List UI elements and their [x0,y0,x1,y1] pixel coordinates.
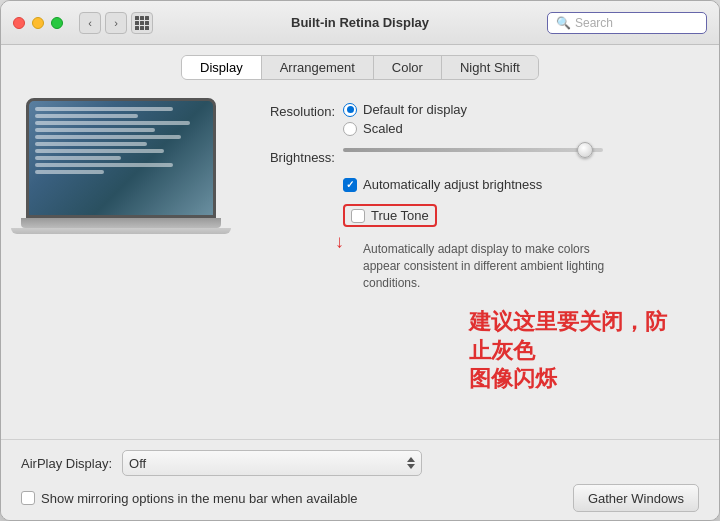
resolution-default-radio[interactable] [343,103,357,117]
true-tone-desc-area: ↑ Automatically adapt display to make co… [343,239,699,291]
maximize-button[interactable] [51,17,63,29]
airplay-select[interactable]: Off [122,450,422,476]
grid-button[interactable] [131,12,153,34]
mirror-left: Show mirroring options in the menu bar w… [21,491,358,506]
airplay-row: AirPlay Display: Off [21,450,699,476]
tabs-container: Display Arrangement Color Night Shift [181,55,539,80]
resolution-row: Resolution: Default for display Scaled [245,102,699,136]
laptop-preview [21,98,221,234]
annotation-text: 建议这里要关闭，防止灰色 图像闪烁 [469,308,669,394]
tab-arrangement[interactable]: Arrangement [262,56,374,79]
true-tone-row: True Tone [343,204,699,227]
bottom-bar: AirPlay Display: Off Show mirroring opti… [1,439,719,520]
content-area: Resolution: Default for display Scaled [1,86,719,431]
resolution-scaled-row: Scaled [343,121,467,136]
settings-panel: Resolution: Default for display Scaled [245,98,699,291]
resolution-default-row: Default for display [343,102,467,117]
chevron-up-icon [407,457,415,462]
auto-brightness-checkbox-row: Automatically adjust brightness [343,177,542,192]
screen-lines [29,101,213,183]
mirror-row: Show mirroring options in the menu bar w… [21,484,699,512]
annotation-arrow: ↑ [335,233,344,254]
laptop-screen [26,98,216,218]
airplay-label: AirPlay Display: [21,456,112,471]
auto-brightness-label: Automatically adjust brightness [363,177,542,192]
search-icon: 🔍 [556,16,571,30]
auto-brightness-row: Automatically adjust brightness [343,177,699,192]
screen-content [29,101,213,215]
nav-buttons: ‹ › [79,12,127,34]
window-title: Built-in Retina Display [291,15,429,30]
tab-display[interactable]: Display [182,56,262,79]
forward-button[interactable]: › [105,12,127,34]
laptop-base [21,218,221,228]
airplay-value: Off [129,456,146,471]
true-tone-highlight: True Tone [343,204,437,227]
brightness-slider[interactable] [343,148,603,152]
airplay-chevron-icon [407,457,415,469]
resolution-scaled-radio[interactable] [343,122,357,136]
grid-icon [135,16,149,30]
traffic-lights [13,17,63,29]
resolution-default-label: Default for display [363,102,467,117]
annotation-line2: 图像闪烁 [469,366,557,391]
true-tone-checkbox[interactable] [351,209,365,223]
tabs-bar: Display Arrangement Color Night Shift [1,45,719,86]
content-relative: Resolution: Default for display Scaled [21,98,699,431]
search-box[interactable]: 🔍 Search [547,12,707,34]
resolution-controls: Default for display Scaled [343,102,467,136]
back-button[interactable]: ‹ [79,12,101,34]
close-button[interactable] [13,17,25,29]
mirror-label: Show mirroring options in the menu bar w… [41,491,358,506]
search-placeholder: Search [575,16,613,30]
tab-night-shift[interactable]: Night Shift [442,56,538,79]
resolution-scaled-label: Scaled [363,121,403,136]
mirror-checkbox[interactable] [21,491,35,505]
main-window: ‹ › Built-in Retina Display 🔍 Search Dis… [0,0,720,521]
brightness-controls [343,148,603,152]
titlebar: ‹ › Built-in Retina Display 🔍 Search [1,1,719,45]
gather-windows-button[interactable]: Gather Windows [573,484,699,512]
laptop-bottom-bar [11,228,231,234]
brightness-label: Brightness: [245,148,335,165]
tab-color[interactable]: Color [374,56,442,79]
true-tone-description: Automatically adapt display to make colo… [363,241,623,291]
brightness-thumb [577,142,593,158]
main-row: Resolution: Default for display Scaled [21,98,699,291]
brightness-row: Brightness: [245,148,699,165]
auto-brightness-checkbox[interactable] [343,178,357,192]
chevron-down-icon [407,464,415,469]
minimize-button[interactable] [32,17,44,29]
annotation-line1: 建议这里要关闭，防止灰色 [469,309,667,363]
true-tone-label: True Tone [371,208,429,223]
resolution-label: Resolution: [245,102,335,119]
